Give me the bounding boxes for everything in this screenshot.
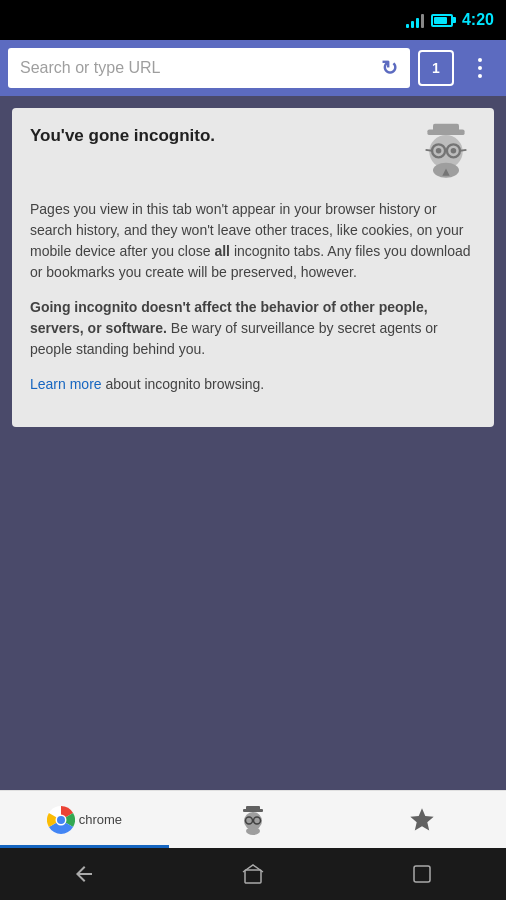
learn-more-link[interactable]: Learn more xyxy=(30,376,102,392)
bookmarks-icon xyxy=(408,806,436,834)
chrome-tab-label: chrome xyxy=(79,812,122,827)
svg-rect-16 xyxy=(246,806,260,811)
battery-icon xyxy=(431,14,453,27)
overflow-menu-button[interactable] xyxy=(462,50,498,86)
signal-icon xyxy=(406,12,424,28)
nav-recents-button[interactable] xyxy=(402,854,442,894)
svg-rect-23 xyxy=(414,866,430,882)
tab-item-chrome[interactable]: chrome xyxy=(0,791,169,848)
incognito-card: You've gone incognito. xyxy=(12,108,494,427)
svg-rect-22 xyxy=(245,870,261,883)
status-icons: 4:20 xyxy=(406,11,494,29)
svg-point-8 xyxy=(436,148,442,154)
incognito-mascot-icon xyxy=(416,122,476,187)
bottom-tab-bar: chrome xyxy=(0,790,506,848)
back-icon xyxy=(72,862,96,886)
svg-line-6 xyxy=(426,150,433,151)
menu-dot xyxy=(478,66,482,70)
card-body: Pages you view in this tab won't appear … xyxy=(30,199,476,395)
status-bar: 4:20 xyxy=(0,0,506,40)
menu-dot xyxy=(478,74,482,78)
browser-toolbar: Search or type URL ↻ 1 xyxy=(0,40,506,96)
chrome-logo-icon xyxy=(47,806,75,834)
svg-line-7 xyxy=(460,150,467,151)
incognito-learn-more: Learn more about incognito browsing. xyxy=(30,374,476,395)
url-input[interactable]: Search or type URL xyxy=(20,59,161,77)
main-content: You've gone incognito. xyxy=(0,96,506,451)
incognito-para2: Going incognito doesn't affect the behav… xyxy=(30,297,476,360)
tab-item-bookmarks[interactable] xyxy=(337,791,506,848)
url-bar[interactable]: Search or type URL ↻ xyxy=(8,48,410,88)
nav-home-button[interactable] xyxy=(233,854,273,894)
recents-icon xyxy=(410,862,434,886)
chrome-tab-group: chrome xyxy=(47,806,122,834)
reload-icon[interactable]: ↻ xyxy=(381,56,398,80)
incognito-title: You've gone incognito. xyxy=(30,126,215,146)
tab-count-button[interactable]: 1 xyxy=(418,50,454,86)
home-icon xyxy=(241,862,265,886)
svg-rect-1 xyxy=(433,124,459,133)
svg-point-9 xyxy=(451,148,457,154)
card-header: You've gone incognito. xyxy=(30,126,476,187)
svg-point-21 xyxy=(246,827,260,835)
incognito-para1: Pages you view in this tab won't appear … xyxy=(30,199,476,283)
status-time: 4:20 xyxy=(462,11,494,29)
incognito-tab-icon xyxy=(238,805,268,835)
system-nav-bar xyxy=(0,848,506,900)
menu-dot xyxy=(478,58,482,62)
svg-point-14 xyxy=(57,816,65,824)
nav-back-button[interactable] xyxy=(64,854,104,894)
tab-item-incognito[interactable] xyxy=(169,791,338,848)
